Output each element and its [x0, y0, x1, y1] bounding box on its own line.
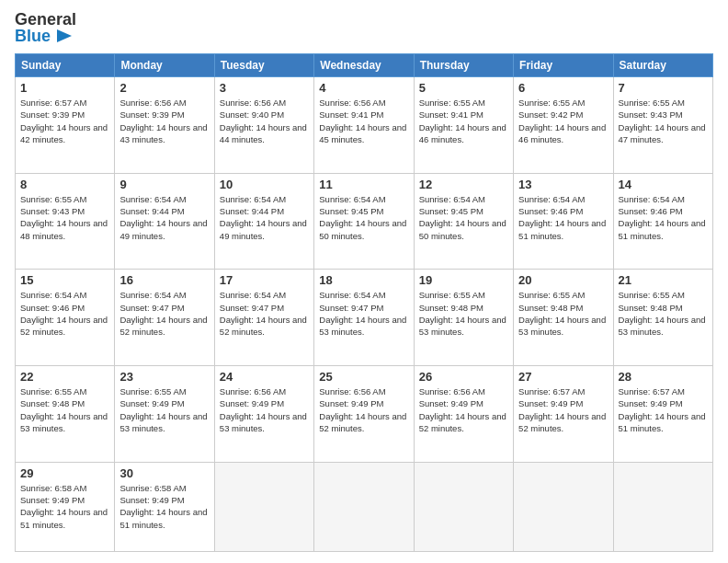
- day-info: Sunrise: 6:55 AM Sunset: 9:43 PM Dayligh…: [20, 193, 109, 242]
- table-row: 19 Sunrise: 6:55 AM Sunset: 9:48 PM Dayl…: [414, 270, 513, 366]
- column-header-wednesday: Wednesday: [314, 54, 414, 77]
- table-row: 12 Sunrise: 6:54 AM Sunset: 9:45 PM Dayl…: [414, 173, 513, 270]
- day-number: 1: [20, 81, 109, 95]
- day-info: Sunrise: 6:57 AM Sunset: 9:39 PM Dayligh…: [20, 97, 109, 145]
- day-number: 27: [518, 370, 608, 384]
- svg-marker-0: [57, 29, 72, 42]
- table-row: 21 Sunrise: 6:55 AM Sunset: 9:48 PM Dayl…: [613, 270, 712, 366]
- column-header-sunday: Sunday: [16, 54, 115, 77]
- table-row: 9 Sunrise: 6:54 AM Sunset: 9:44 PM Dayli…: [115, 173, 214, 270]
- day-info: Sunrise: 6:54 AM Sunset: 9:47 PM Dayligh…: [319, 289, 408, 338]
- day-info: Sunrise: 6:54 AM Sunset: 9:45 PM Dayligh…: [419, 193, 508, 242]
- table-row: [613, 462, 712, 551]
- day-info: Sunrise: 6:58 AM Sunset: 9:49 PM Dayligh…: [119, 482, 209, 531]
- day-number: 24: [220, 370, 309, 384]
- day-number: 30: [119, 466, 209, 480]
- logo: General Blue: [15, 11, 76, 44]
- table-row: 1 Sunrise: 6:57 AM Sunset: 9:39 PM Dayli…: [16, 77, 115, 174]
- day-info: Sunrise: 6:56 AM Sunset: 9:41 PM Dayligh…: [319, 97, 408, 145]
- table-row: [214, 462, 313, 551]
- table-row: 16 Sunrise: 6:54 AM Sunset: 9:47 PM Dayl…: [115, 270, 214, 366]
- column-header-tuesday: Tuesday: [214, 54, 313, 77]
- day-info: Sunrise: 6:54 AM Sunset: 9:47 PM Dayligh…: [119, 289, 209, 338]
- day-info: Sunrise: 6:57 AM Sunset: 9:49 PM Dayligh…: [518, 385, 608, 434]
- day-info: Sunrise: 6:58 AM Sunset: 9:49 PM Dayligh…: [20, 482, 109, 531]
- table-row: 11 Sunrise: 6:54 AM Sunset: 9:45 PM Dayl…: [314, 173, 414, 270]
- table-row: [314, 462, 414, 551]
- logo-general: General: [15, 11, 76, 28]
- day-number: 12: [419, 178, 508, 191]
- day-number: 5: [419, 81, 508, 95]
- day-info: Sunrise: 6:56 AM Sunset: 9:49 PM Dayligh…: [319, 385, 408, 434]
- table-row: 27 Sunrise: 6:57 AM Sunset: 9:49 PM Dayl…: [514, 365, 613, 462]
- day-number: 16: [119, 273, 209, 287]
- table-row: 28 Sunrise: 6:57 AM Sunset: 9:49 PM Dayl…: [613, 365, 712, 462]
- column-header-friday: Friday: [514, 54, 613, 77]
- table-row: 26 Sunrise: 6:56 AM Sunset: 9:49 PM Dayl…: [414, 365, 513, 462]
- day-number: 17: [220, 273, 309, 287]
- day-number: 11: [319, 178, 408, 191]
- day-info: Sunrise: 6:54 AM Sunset: 9:46 PM Dayligh…: [20, 289, 109, 338]
- logo-blue: Blue: [15, 28, 76, 44]
- day-number: 15: [20, 273, 109, 287]
- table-row: 15 Sunrise: 6:54 AM Sunset: 9:46 PM Dayl…: [16, 270, 115, 366]
- day-info: Sunrise: 6:55 AM Sunset: 9:48 PM Dayligh…: [20, 385, 109, 434]
- day-info: Sunrise: 6:55 AM Sunset: 9:43 PM Dayligh…: [619, 97, 708, 145]
- day-number: 8: [20, 178, 109, 191]
- table-row: 20 Sunrise: 6:55 AM Sunset: 9:48 PM Dayl…: [514, 270, 613, 366]
- column-header-monday: Monday: [115, 54, 214, 77]
- day-info: Sunrise: 6:55 AM Sunset: 9:41 PM Dayligh…: [419, 97, 508, 145]
- table-row: 24 Sunrise: 6:56 AM Sunset: 9:49 PM Dayl…: [214, 365, 313, 462]
- table-row: 14 Sunrise: 6:54 AM Sunset: 9:46 PM Dayl…: [613, 173, 712, 270]
- page: General Blue SundayMondayTuesdayWednesda…: [0, 0, 728, 563]
- table-row: 7 Sunrise: 6:55 AM Sunset: 9:43 PM Dayli…: [613, 77, 712, 174]
- table-row: 30 Sunrise: 6:58 AM Sunset: 9:49 PM Dayl…: [115, 462, 214, 551]
- day-number: 20: [518, 273, 608, 287]
- day-info: Sunrise: 6:54 AM Sunset: 9:47 PM Dayligh…: [220, 289, 309, 338]
- day-info: Sunrise: 6:54 AM Sunset: 9:46 PM Dayligh…: [619, 193, 708, 242]
- table-row: 17 Sunrise: 6:54 AM Sunset: 9:47 PM Dayl…: [214, 270, 313, 366]
- day-number: 7: [619, 81, 708, 95]
- day-info: Sunrise: 6:57 AM Sunset: 9:49 PM Dayligh…: [619, 385, 708, 434]
- day-info: Sunrise: 6:54 AM Sunset: 9:45 PM Dayligh…: [319, 193, 408, 242]
- table-row: 4 Sunrise: 6:56 AM Sunset: 9:41 PM Dayli…: [314, 77, 414, 174]
- day-number: 10: [220, 178, 309, 191]
- table-row: 3 Sunrise: 6:56 AM Sunset: 9:40 PM Dayli…: [214, 77, 313, 174]
- day-number: 21: [619, 273, 708, 287]
- header: General Blue: [15, 11, 713, 44]
- table-row: 10 Sunrise: 6:54 AM Sunset: 9:44 PM Dayl…: [214, 173, 313, 270]
- day-info: Sunrise: 6:55 AM Sunset: 9:42 PM Dayligh…: [518, 97, 608, 145]
- day-number: 2: [119, 81, 209, 95]
- table-row: [414, 462, 513, 551]
- day-number: 29: [20, 466, 109, 480]
- table-row: 5 Sunrise: 6:55 AM Sunset: 9:41 PM Dayli…: [414, 77, 513, 174]
- day-info: Sunrise: 6:55 AM Sunset: 9:48 PM Dayligh…: [419, 289, 508, 338]
- day-info: Sunrise: 6:55 AM Sunset: 9:49 PM Dayligh…: [119, 385, 209, 434]
- calendar-table: SundayMondayTuesdayWednesdayThursdayFrid…: [15, 53, 713, 552]
- table-row: 13 Sunrise: 6:54 AM Sunset: 9:46 PM Dayl…: [514, 173, 613, 270]
- table-row: 6 Sunrise: 6:55 AM Sunset: 9:42 PM Dayli…: [514, 77, 613, 174]
- day-info: Sunrise: 6:55 AM Sunset: 9:48 PM Dayligh…: [518, 289, 608, 338]
- day-number: 26: [419, 370, 508, 384]
- column-header-thursday: Thursday: [414, 54, 513, 77]
- day-info: Sunrise: 6:56 AM Sunset: 9:39 PM Dayligh…: [119, 97, 209, 145]
- day-info: Sunrise: 6:54 AM Sunset: 9:46 PM Dayligh…: [518, 193, 608, 242]
- day-info: Sunrise: 6:54 AM Sunset: 9:44 PM Dayligh…: [220, 193, 309, 242]
- day-number: 4: [319, 81, 408, 95]
- day-number: 25: [319, 370, 408, 384]
- logo-icon: General Blue: [15, 11, 76, 44]
- table-row: 29 Sunrise: 6:58 AM Sunset: 9:49 PM Dayl…: [16, 462, 115, 551]
- day-number: 18: [319, 273, 408, 287]
- day-number: 23: [119, 370, 209, 384]
- day-number: 6: [518, 81, 608, 95]
- day-info: Sunrise: 6:56 AM Sunset: 9:40 PM Dayligh…: [220, 97, 309, 145]
- day-number: 14: [619, 178, 708, 191]
- table-row: [514, 462, 613, 551]
- day-number: 28: [619, 370, 708, 384]
- table-row: 25 Sunrise: 6:56 AM Sunset: 9:49 PM Dayl…: [314, 365, 414, 462]
- day-number: 22: [20, 370, 109, 384]
- day-info: Sunrise: 6:56 AM Sunset: 9:49 PM Dayligh…: [419, 385, 508, 434]
- table-row: 23 Sunrise: 6:55 AM Sunset: 9:49 PM Dayl…: [115, 365, 214, 462]
- table-row: 8 Sunrise: 6:55 AM Sunset: 9:43 PM Dayli…: [16, 173, 115, 270]
- day-number: 13: [518, 178, 608, 191]
